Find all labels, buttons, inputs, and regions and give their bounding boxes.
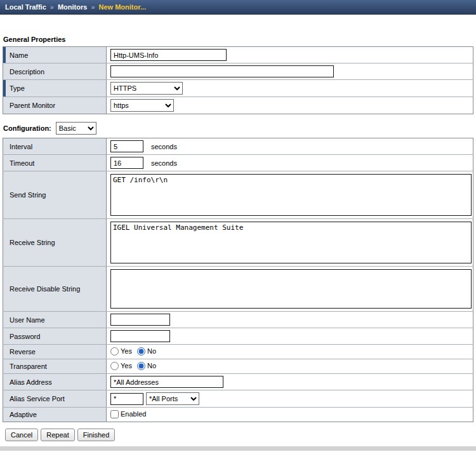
adaptive-enabled-option[interactable]: Enabled <box>110 410 146 418</box>
name-label-cell: Name <box>3 47 107 63</box>
send-string-textarea[interactable]: GET /info\r\n <box>110 174 472 216</box>
receive-disable-string-textarea[interactable] <box>110 269 472 309</box>
required-indicator <box>3 80 6 96</box>
general-properties-table: Name Description Type HTTPS <box>3 46 473 114</box>
type-select[interactable]: HTTPS <box>110 82 183 95</box>
transparent-yes-radio[interactable] <box>110 362 119 370</box>
password-input[interactable] <box>110 330 170 342</box>
table-row-receive-disable-string: Receive Disable String <box>3 267 473 312</box>
table-row-password: Password <box>3 328 473 345</box>
name-label: Name <box>10 51 28 59</box>
password-label: Password <box>10 333 40 340</box>
configuration-bar: Configuration: Basic <box>3 122 473 135</box>
reverse-yes-radio[interactable] <box>110 347 119 356</box>
reverse-no-radio[interactable] <box>137 347 145 356</box>
transparent-no-option[interactable]: No <box>137 362 156 370</box>
table-row-send-string: Send String GET /info\r\n <box>3 171 473 219</box>
section-title-general-properties: General Properties <box>3 36 473 43</box>
parent-monitor-label-cell: Parent Monitor <box>3 97 107 114</box>
table-row-alias-service-port: Alias Service Port *All Ports <box>3 390 473 408</box>
receive-string-label: Receive String <box>10 239 55 246</box>
send-string-label-cell: Send String <box>3 171 107 219</box>
user-name-label-cell: User Name <box>3 312 107 328</box>
breadcrumb-local-traffic[interactable]: Local Traffic <box>5 3 46 11</box>
table-row-type: Type HTTPS <box>3 80 473 97</box>
transparent-yes-option[interactable]: Yes <box>110 362 132 370</box>
configuration-select[interactable]: Basic <box>56 122 96 135</box>
reverse-yes-option[interactable]: Yes <box>110 347 132 356</box>
footer-strip <box>0 446 476 451</box>
alias-service-port-label-cell: Alias Service Port <box>3 390 107 408</box>
table-row-interval: Interval seconds <box>3 138 473 155</box>
adaptive-enabled-label: Enabled <box>121 410 146 418</box>
table-row-user-name: User Name <box>3 312 473 328</box>
cancel-button[interactable]: Cancel <box>5 429 38 441</box>
table-row-timeout: Timeout seconds <box>3 155 473 171</box>
parent-monitor-select[interactable]: https <box>110 99 174 112</box>
required-indicator <box>3 47 6 63</box>
interval-label: Interval <box>10 143 32 150</box>
transparent-no-label: No <box>147 362 156 369</box>
table-row-adaptive: Adaptive Enabled <box>3 408 473 422</box>
alias-address-label: Alias Address <box>10 378 52 386</box>
user-name-input[interactable] <box>110 314 170 326</box>
breadcrumb-separator: » <box>91 3 95 11</box>
breadcrumb-separator: » <box>50 3 54 11</box>
adaptive-label-cell: Adaptive <box>3 408 107 422</box>
reverse-yes-label: Yes <box>121 347 132 355</box>
receive-string-label-cell: Receive String <box>3 219 107 267</box>
action-button-row: Cancel Repeat Finished <box>5 429 473 441</box>
table-row-name: Name <box>3 47 473 63</box>
password-label-cell: Password <box>3 328 107 345</box>
configuration-table: Interval seconds Timeout seconds Send St… <box>3 138 473 422</box>
adaptive-label: Adaptive <box>10 411 37 418</box>
type-label: Type <box>10 84 25 92</box>
table-row-transparent: Transparent Yes No <box>3 359 473 374</box>
timeout-input[interactable] <box>110 157 143 169</box>
table-row-description: Description <box>3 63 473 80</box>
breadcrumb-new-monitor: New Monitor... <box>99 3 147 11</box>
timeout-label-cell: Timeout <box>3 155 107 171</box>
type-label-cell: Type <box>3 80 107 97</box>
table-row-parent-monitor: Parent Monitor https <box>3 97 473 114</box>
transparent-label-cell: Transparent <box>3 359 107 374</box>
interval-input[interactable] <box>110 140 143 152</box>
interval-label-cell: Interval <box>3 138 107 155</box>
timeout-unit: seconds <box>151 159 177 167</box>
name-input[interactable] <box>110 49 227 61</box>
description-label: Description <box>10 68 44 76</box>
adaptive-enabled-checkbox[interactable] <box>110 410 119 418</box>
reverse-no-label: No <box>147 347 156 355</box>
breadcrumb: Local Traffic » Monitors » New Monitor..… <box>0 0 476 15</box>
receive-disable-string-label-cell: Receive Disable String <box>3 267 107 312</box>
reverse-no-option[interactable]: No <box>137 347 156 356</box>
reverse-label-cell: Reverse <box>3 345 107 359</box>
user-name-label: User Name <box>10 316 45 324</box>
alias-service-port-label: Alias Service Port <box>10 395 65 402</box>
repeat-button[interactable]: Repeat <box>41 429 74 441</box>
reverse-label: Reverse <box>10 348 36 356</box>
alias-service-port-select[interactable]: *All Ports <box>146 392 199 405</box>
table-row-receive-string: Receive String IGEL Universal Management… <box>3 219 473 267</box>
transparent-label: Transparent <box>10 363 47 370</box>
alias-address-input[interactable] <box>110 376 223 388</box>
receive-string-textarea[interactable]: IGEL Universal Management Suite <box>110 222 472 263</box>
interval-unit: seconds <box>151 143 177 150</box>
timeout-label: Timeout <box>10 159 34 167</box>
breadcrumb-monitors[interactable]: Monitors <box>58 3 87 11</box>
transparent-no-radio[interactable] <box>137 362 145 370</box>
receive-disable-string-label: Receive Disable String <box>10 285 80 293</box>
parent-monitor-label: Parent Monitor <box>10 102 55 109</box>
description-label-cell: Description <box>3 63 107 80</box>
finished-button[interactable]: Finished <box>77 429 116 441</box>
table-row-alias-address: Alias Address <box>3 374 473 390</box>
description-input[interactable] <box>110 65 334 77</box>
table-row-reverse: Reverse Yes No <box>3 345 473 359</box>
transparent-yes-label: Yes <box>121 362 132 369</box>
alias-service-port-input[interactable] <box>110 393 143 405</box>
alias-address-label-cell: Alias Address <box>3 374 107 390</box>
send-string-label: Send String <box>10 191 46 199</box>
configuration-label: Configuration: <box>3 124 51 132</box>
